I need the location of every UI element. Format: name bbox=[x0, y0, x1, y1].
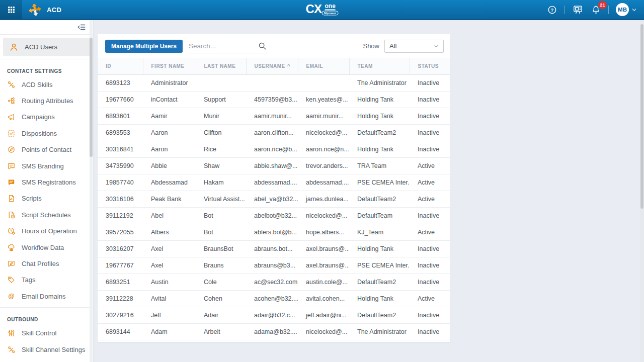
logo-one-text: one bbox=[325, 4, 336, 11]
table-cell: Jeff bbox=[143, 307, 196, 323]
table-row[interactable]: 19677660inContactSupport4597359@b3...ken… bbox=[98, 91, 450, 108]
table-cell: Arbeit bbox=[196, 323, 246, 340]
table-row[interactable]: 30316106Peak BankVirtual Assist...abel_v… bbox=[98, 191, 450, 207]
column-header-status[interactable]: STATUS bbox=[410, 58, 450, 74]
section-header-outbound[interactable]: OUTBOUND bbox=[0, 308, 93, 325]
show-filter-dropdown[interactable]: All bbox=[384, 40, 444, 53]
table-cell: 19857740 bbox=[98, 174, 143, 191]
sidebar-item-acd-users[interactable]: ACD Users bbox=[3, 38, 90, 56]
sidebar-item-workflow-data[interactable]: Workflow Data bbox=[0, 239, 93, 255]
table-cell: abdessamad.... bbox=[298, 174, 349, 191]
table-row[interactable]: 19857740AbdessamadHakamabdessamad....abd… bbox=[98, 174, 450, 191]
table-cell: 6893601 bbox=[98, 108, 143, 124]
table-row[interactable]: 6893553AaronCliftonaaron.clifton...nicel… bbox=[98, 124, 450, 141]
table-row[interactable]: 30279216JeffAdairadair@b32.c...jeff.adai… bbox=[98, 307, 450, 323]
table-cell: Aaron bbox=[143, 141, 196, 157]
collapse-sidebar-icon[interactable] bbox=[77, 23, 86, 32]
table-row[interactable]: 6893251AustinColeac@sec32.comaustin.cole… bbox=[98, 274, 450, 290]
section-header-contact-settings[interactable]: CONTACT SETTINGS bbox=[0, 59, 93, 76]
table-cell: aaron.rice@b... bbox=[246, 141, 298, 157]
sidebar-item-label: Dispositions bbox=[22, 130, 57, 137]
page-scrollbar-track[interactable] bbox=[640, 20, 644, 362]
table-row[interactable]: 19677767AxelBraunsabrauns@b3...axel.brau… bbox=[98, 257, 450, 274]
sidebar-item-sms-registrations[interactable]: SMS Registrations bbox=[0, 174, 93, 190]
acd-arrows-icon bbox=[28, 3, 42, 17]
compass-icon bbox=[7, 145, 16, 154]
table-row[interactable]: 6893144AdamArbeitadama@b32....nicelocked… bbox=[98, 323, 450, 340]
table-cell: DefaultTeam2 bbox=[349, 274, 410, 290]
dashboard-button[interactable] bbox=[572, 4, 584, 16]
table-cell: 6893123 bbox=[98, 74, 143, 91]
table-row[interactable]: 39112228AvitalCohenacohen@b32....avital.… bbox=[98, 290, 450, 307]
table-row[interactable]: 30316841AaronRiceaaron.rice@b...aaron.ri… bbox=[98, 141, 450, 157]
search-button[interactable] bbox=[258, 41, 267, 51]
clock-gear-icon bbox=[7, 227, 16, 235]
table-cell: 30316207 bbox=[98, 240, 143, 257]
table-cell: Cohen bbox=[196, 290, 246, 307]
sidebar-item-routing-attributes[interactable]: Routing Attributes bbox=[0, 93, 93, 109]
column-header-team[interactable]: TEAM bbox=[349, 58, 410, 74]
table-cell: Aaron bbox=[143, 124, 196, 141]
table-cell: Austin bbox=[143, 274, 196, 290]
table-row[interactable]: 39112192AbelBotabelbot@b32...nicelocked@… bbox=[98, 207, 450, 224]
sidebar-item-sms-branding[interactable]: SMS Branding bbox=[0, 158, 93, 174]
users-table: IDFIRST NAMELAST NAMEUSERNAME^EMAILTEAMS… bbox=[98, 58, 450, 340]
checkbox-icon bbox=[7, 129, 16, 138]
sidebar-item-skill-channel-settings[interactable]: Skill Channel Settings bbox=[0, 341, 93, 357]
sidebar-item-script-schedules[interactable]: Script Schedules bbox=[0, 207, 93, 223]
sidebar-scrollbar-thumb[interactable] bbox=[90, 38, 93, 157]
table-row[interactable]: 39572055AlbersBotablers.bot@b...hope.alb… bbox=[98, 224, 450, 240]
table-cell: axel.brauns@... bbox=[298, 240, 349, 257]
table-cell: PSE CEMEA Inter... bbox=[349, 257, 410, 274]
table-cell: DefaultTeam bbox=[349, 207, 410, 224]
sidebar-item-hours-of-operation[interactable]: Hours of Operation bbox=[0, 223, 93, 239]
table-cell: inContact bbox=[143, 91, 196, 108]
table-cell: austin.cole@... bbox=[298, 274, 349, 290]
sidebar-item-email-domains[interactable]: Email Domains bbox=[0, 288, 93, 304]
sidebar-item-acd-skills[interactable]: ACD Skills bbox=[0, 76, 93, 93]
divider bbox=[0, 34, 93, 35]
sidebar-item-tags[interactable]: Tags bbox=[0, 272, 93, 288]
user-menu-button[interactable]: MB bbox=[616, 3, 638, 16]
sidebar-item-scripts[interactable]: Scripts bbox=[0, 191, 93, 207]
app-launcher-button[interactable] bbox=[0, 0, 22, 19]
table-cell: Munir bbox=[196, 108, 246, 124]
column-header-id[interactable]: ID bbox=[98, 58, 143, 74]
sidebar-scrollbar-track[interactable] bbox=[90, 20, 93, 362]
sidebar-item-skill-control[interactable]: Skill Control bbox=[0, 325, 93, 341]
sidebar-item-points-of-contact[interactable]: Points of Contact bbox=[0, 142, 93, 158]
column-header-last-name[interactable]: LAST NAME bbox=[196, 58, 246, 74]
sidebar-item-label: Tags bbox=[22, 276, 35, 284]
page-scrollbar-thumb[interactable] bbox=[640, 24, 643, 209]
table-cell: ablers.bot@b... bbox=[246, 224, 298, 240]
manage-multiple-users-button[interactable]: Manage Multiple Users bbox=[105, 40, 183, 53]
top-bar: ACD CX one Mpower 21 MB bbox=[0, 0, 644, 20]
table-row[interactable]: 6893601AamirMuniraamir.munir...aamir.mun… bbox=[98, 108, 450, 124]
table-row[interactable]: 34735990AbbieShawabbie.shaw@...trevor.an… bbox=[98, 157, 450, 174]
table-cell: 6893144 bbox=[98, 323, 143, 340]
table-cell: Inactive bbox=[410, 124, 450, 141]
table-cell: abrauns.bot... bbox=[246, 240, 298, 257]
sidebar-item-chat-profiles[interactable]: Chat Profiles bbox=[0, 255, 93, 272]
table-cell: Peak Bank bbox=[143, 191, 196, 207]
column-header-username[interactable]: USERNAME^ bbox=[246, 58, 298, 74]
table-row[interactable]: 30316207AxelBraunsBotabrauns.bot...axel.… bbox=[98, 240, 450, 257]
table-cell: ac@sec32.com bbox=[246, 274, 298, 290]
table-cell: aamir.munir... bbox=[298, 108, 349, 124]
sidebar-item-label: Points of Contact bbox=[22, 146, 71, 153]
column-header-email[interactable]: EMAIL bbox=[298, 58, 349, 74]
table-cell: Holding Tank bbox=[349, 141, 410, 157]
table-cell: Inactive bbox=[410, 323, 450, 340]
table-header-row: IDFIRST NAMELAST NAMEUSERNAME^EMAILTEAMS… bbox=[98, 58, 450, 74]
table-cell: 6893251 bbox=[98, 274, 143, 290]
sidebar-item-campaigns[interactable]: Campaigns bbox=[0, 109, 93, 125]
sidebar-item-dispositions[interactable]: Dispositions bbox=[0, 125, 93, 141]
notifications-button[interactable]: 21 bbox=[591, 5, 601, 15]
column-header-first-name[interactable]: FIRST NAME bbox=[143, 58, 196, 74]
search-input[interactable] bbox=[189, 42, 255, 50]
help-button[interactable] bbox=[547, 5, 557, 15]
skills-icon bbox=[7, 80, 16, 89]
sort-ascending-indicator: ^ bbox=[287, 63, 290, 69]
table-cell: Hakam bbox=[196, 174, 246, 191]
table-row[interactable]: 6893123AdministratorThe AdministratorIna… bbox=[98, 74, 450, 91]
